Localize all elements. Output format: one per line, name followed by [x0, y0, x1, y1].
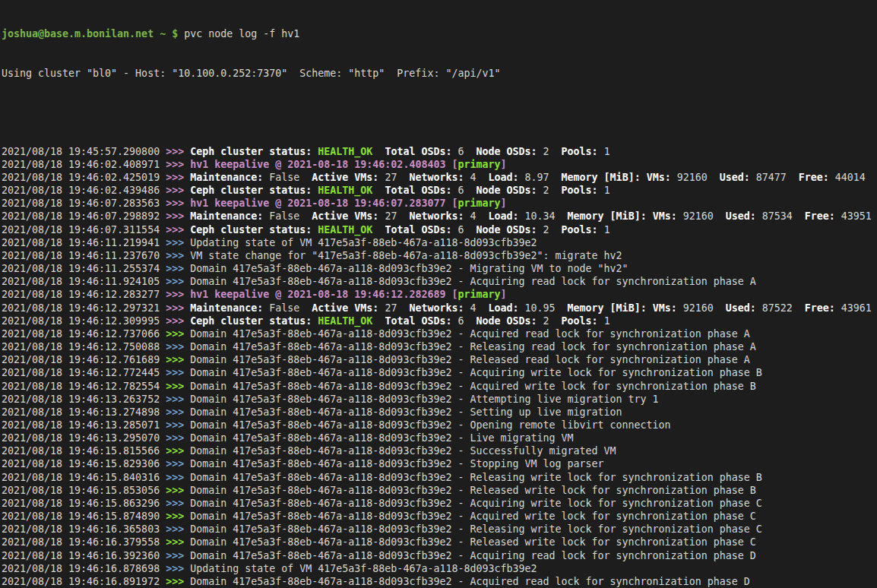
log-segment: Domain 417e5a3f-88eb-467a-a118-8d093cfb3…	[190, 263, 628, 274]
log-segment: primary	[457, 198, 500, 209]
log-segment: ]	[500, 159, 506, 170]
log-segment: Maintenance:	[190, 172, 269, 183]
log-line: 2021/08/18 19:46:15.815566 >>> Domain 41…	[2, 444, 877, 457]
log-timestamp: 2021/08/18 19:46:11.219941	[2, 237, 166, 248]
log-segment: 87534	[762, 210, 793, 222]
log-arrow-icon: >>>	[166, 224, 190, 236]
log-segment: 87522	[762, 302, 793, 314]
log-timestamp: 2021/08/18 19:46:07.298892	[2, 210, 166, 222]
log-output: 2021/08/18 19:45:57.290800 >>> Ceph clus…	[2, 145, 877, 588]
log-line: 2021/08/18 19:46:07.298892 >>> Maintenan…	[2, 210, 877, 223]
log-segment: Domain 417e5a3f-88eb-467a-a118-8d093cfb3…	[190, 406, 622, 418]
log-arrow-icon: >>>	[166, 341, 190, 352]
log-arrow-icon: >>>	[166, 576, 190, 587]
log-timestamp: 2021/08/18 19:46:12.750088	[2, 341, 166, 352]
log-arrow-icon: >>>	[166, 498, 190, 509]
log-segment: ]	[500, 289, 506, 300]
log-segment: Node OSDs:	[464, 224, 543, 236]
log-timestamp: 2021/08/18 19:46:16.878698	[2, 563, 166, 574]
log-segment: 27	[385, 172, 397, 183]
log-segment: Pools:	[549, 146, 604, 157]
log-segment: 2	[543, 224, 549, 236]
log-timestamp: 2021/08/18 19:46:11.924105	[2, 276, 166, 287]
log-segment: Node OSDs:	[464, 146, 543, 157]
blank-line	[2, 106, 877, 119]
log-segment: Memory [MiB]: VMs:	[556, 210, 683, 222]
log-segment: Domain 417e5a3f-88eb-467a-a118-8d093cfb3…	[190, 394, 658, 405]
log-segment: Pools:	[549, 224, 604, 236]
log-arrow-icon: >>>	[166, 185, 190, 196]
log-line: 2021/08/18 19:46:12.283277 >>> hv1 keepa…	[2, 288, 877, 301]
log-line: 2021/08/18 19:46:12.737066 >>> Domain 41…	[2, 327, 877, 340]
log-line: 2021/08/18 19:46:02.408971 >>> hv1 keepa…	[2, 158, 877, 171]
log-timestamp: 2021/08/18 19:46:12.297321	[2, 302, 166, 314]
log-segment: 44014	[835, 172, 866, 183]
log-timestamp: 2021/08/18 19:46:13.274898	[2, 406, 166, 418]
log-arrow-icon: >>>	[166, 210, 190, 222]
log-segment: Total OSDs:	[372, 185, 457, 196]
log-line: 2021/08/18 19:46:12.309995 >>> Ceph clus…	[2, 315, 877, 327]
log-segment: Maintenance:	[190, 210, 269, 222]
log-segment: Ceph cluster status:	[190, 185, 318, 196]
log-arrow-icon: >>>	[166, 367, 190, 378]
log-segment: Maintenance:	[190, 302, 269, 314]
log-segment: 92160	[677, 172, 708, 183]
log-timestamp: 2021/08/18 19:46:16.365803	[2, 523, 166, 535]
log-segment: primary	[457, 289, 500, 300]
log-timestamp: 2021/08/18 19:46:11.255374	[2, 263, 166, 274]
log-timestamp: 2021/08/18 19:46:12.283277	[2, 289, 166, 300]
log-arrow-icon: >>>	[166, 445, 190, 457]
log-line: 2021/08/18 19:46:15.853056 >>> Domain 41…	[2, 484, 877, 497]
log-segment: 2	[543, 185, 549, 196]
log-segment: Ceph cluster status:	[190, 146, 318, 157]
log-line: 2021/08/18 19:46:16.878698 >>> Updating …	[2, 562, 877, 575]
terminal-screen[interactable]: joshua@base.m.bonilan.net ~ $ pvc node l…	[0, 0, 877, 588]
log-line: 2021/08/18 19:46:11.237670 >>> VM state …	[2, 249, 877, 262]
log-segment: Free:	[793, 210, 841, 222]
log-segment: Domain 417e5a3f-88eb-467a-a118-8d093cfb3…	[190, 367, 762, 378]
log-line: 2021/08/18 19:46:12.772445 >>> Domain 41…	[2, 366, 877, 379]
log-timestamp: 2021/08/18 19:46:07.283563	[2, 198, 166, 209]
log-arrow-icon: >>>	[166, 172, 190, 183]
log-segment: Memory [MiB]: VMs:	[556, 302, 683, 314]
log-segment: False	[269, 172, 299, 183]
log-segment: Active VMs:	[299, 302, 385, 314]
log-arrow-icon: >>>	[166, 146, 190, 157]
log-timestamp: 2021/08/18 19:46:12.737066	[2, 328, 166, 340]
log-line: 2021/08/18 19:46:11.924105 >>> Domain 41…	[2, 275, 877, 288]
log-segment: Free:	[793, 302, 841, 314]
log-segment: False	[269, 302, 299, 314]
log-segment: Domain 417e5a3f-88eb-467a-a118-8d093cfb3…	[190, 432, 573, 444]
log-segment: Domain 417e5a3f-88eb-467a-a118-8d093cfb3…	[190, 550, 756, 561]
log-segment: 43961	[841, 302, 872, 314]
log-segment: Active VMs:	[299, 172, 385, 183]
log-timestamp: 2021/08/18 19:46:16.891972	[2, 576, 166, 587]
log-arrow-icon: >>>	[166, 289, 190, 300]
log-segment: 2	[543, 315, 549, 327]
log-segment: 1	[604, 315, 610, 327]
log-arrow-icon: >>>	[166, 472, 190, 483]
log-segment: HEALTH_OK	[318, 315, 372, 327]
log-line: 2021/08/18 19:46:16.379558 >>> Domain 41…	[2, 536, 877, 548]
log-segment: 2	[543, 146, 549, 157]
log-line: 2021/08/18 19:46:07.283563 >>> hv1 keepa…	[2, 197, 877, 210]
log-segment: hv1 keepalive @ 2021-08-18 19:46:12.2826…	[190, 289, 457, 300]
log-segment: ]	[500, 198, 506, 209]
log-timestamp: 2021/08/18 19:46:12.772445	[2, 367, 166, 378]
log-segment: Domain 417e5a3f-88eb-467a-a118-8d093cfb3…	[190, 419, 670, 431]
log-line: 2021/08/18 19:46:11.219941 >>> Updating …	[2, 236, 877, 249]
cluster-info-line: Using cluster "bl0" - Host: "10.100.0.25…	[2, 67, 877, 80]
log-arrow-icon: >>>	[166, 237, 190, 248]
log-arrow-icon: >>>	[166, 563, 190, 574]
log-line: 2021/08/18 19:46:15.840316 >>> Domain 41…	[2, 471, 877, 484]
log-timestamp: 2021/08/18 19:46:15.815566	[2, 445, 166, 457]
log-segment: hv1 keepalive @ 2021-08-18 19:46:02.4084…	[190, 159, 457, 170]
log-segment: Domain 417e5a3f-88eb-467a-a118-8d093cfb3…	[190, 276, 756, 287]
log-timestamp: 2021/08/18 19:46:15.874890	[2, 511, 166, 522]
log-timestamp: 2021/08/18 19:46:02.439486	[2, 185, 166, 196]
log-segment: VM state change for "417e5a3f-88eb-467a-…	[190, 250, 622, 261]
log-timestamp: 2021/08/18 19:46:13.263752	[2, 394, 166, 405]
log-segment: 87477	[756, 172, 787, 183]
log-segment: Used:	[714, 302, 762, 314]
log-segment: 27	[385, 302, 397, 314]
